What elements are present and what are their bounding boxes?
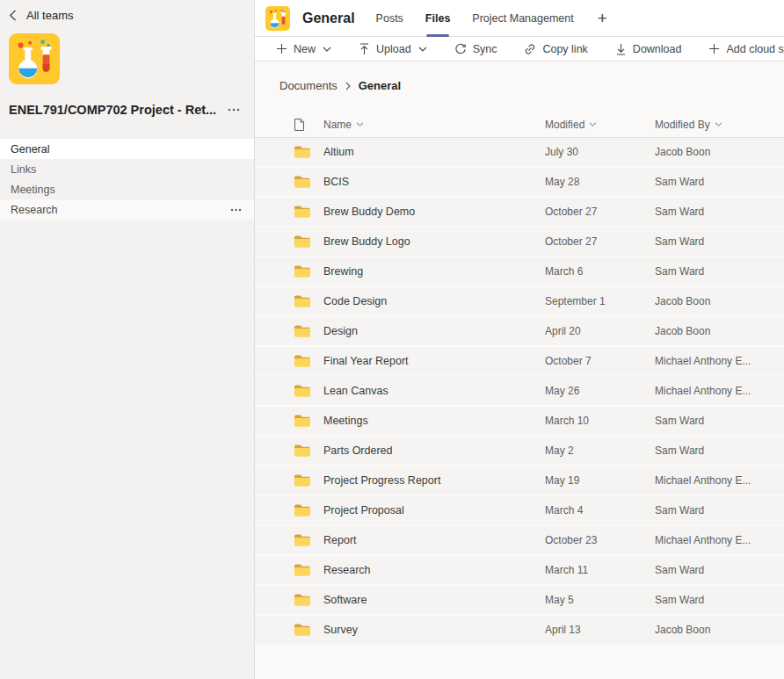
table-row[interactable]: Brew Buddy Demo October 27 Sam Ward [255, 198, 784, 228]
button-label: Add cloud storage [726, 43, 784, 55]
button-label: Copy link [542, 43, 587, 55]
add-cloud-storage-button[interactable]: Add cloud storage [708, 43, 784, 55]
file-modified: May 26 [545, 385, 655, 397]
table-row[interactable]: Brew Buddy Logo October 27 Sam Ward [255, 228, 784, 257]
file-name[interactable]: Brew Buddy Logo [323, 235, 545, 248]
file-type-column[interactable] [255, 118, 323, 132]
file-name[interactable]: Project Proposal [323, 504, 545, 516]
table-row[interactable]: Altium July 30 Jacob Boon [255, 138, 784, 168]
team-avatar[interactable] [9, 33, 60, 84]
file-modified-by: Sam Ward [655, 265, 784, 278]
sidebar-item-general[interactable]: General [0, 139, 254, 159]
chevron-down-icon [589, 122, 597, 126]
channel-label: Meetings [11, 184, 55, 196]
table-row[interactable]: Meetings March 10 Sam Ward [255, 407, 784, 437]
column-header-modified[interactable]: Modified [545, 119, 655, 131]
folder-icon [255, 205, 323, 219]
all-teams-label: All teams [26, 9, 73, 22]
file-name[interactable]: Project Progress Report [323, 474, 545, 487]
flask-icon [9, 33, 60, 84]
table-row[interactable]: Project Progress Report May 19 Michael A… [255, 466, 784, 496]
table-row[interactable]: Project Proposal March 4 Sam Ward [255, 496, 784, 526]
file-name[interactable]: Report [323, 534, 545, 546]
column-header-modified-by[interactable]: Modified By [655, 119, 784, 131]
files-toolbar: New Upload Sync [255, 37, 784, 61]
folder-icon [255, 414, 323, 428]
download-icon [615, 43, 627, 55]
folder-icon [255, 145, 323, 159]
file-name[interactable]: Brew Buddy Demo [323, 206, 545, 218]
sidebar-item-meetings[interactable]: Meetings [0, 179, 254, 199]
tab-posts[interactable]: Posts [376, 0, 403, 37]
tab-project-management[interactable]: Project Management [472, 0, 573, 37]
file-name[interactable]: Design [323, 325, 545, 337]
table-row[interactable]: Design April 20 Jacob Boon [255, 317, 784, 347]
team-more-icon[interactable] [228, 108, 240, 112]
breadcrumb-general[interactable]: General [359, 79, 401, 92]
file-modified: July 30 [545, 146, 655, 158]
channel-header: General Posts Files Project Management + [255, 0, 784, 37]
file-name[interactable]: Meetings [323, 415, 545, 427]
table-row[interactable]: Research March 11 Sam Ward [255, 556, 784, 586]
tab-bar: Posts Files Project Management + [376, 0, 607, 37]
table-row[interactable]: Parts Ordered May 2 Sam Ward [255, 437, 784, 466]
new-button[interactable]: New [276, 43, 331, 55]
breadcrumb-documents[interactable]: Documents [279, 79, 338, 92]
folder-icon [255, 563, 323, 577]
channel-avatar [265, 6, 290, 31]
file-modified-by: Jacob Boon [655, 295, 784, 307]
link-icon [524, 43, 536, 55]
table-row[interactable]: Brewing March 6 Sam Ward [255, 257, 784, 287]
folder-icon [255, 384, 323, 398]
tab-files[interactable]: Files [425, 0, 451, 37]
all-teams-back-button[interactable]: All teams [0, 0, 254, 22]
file-name[interactable]: BCIS [323, 176, 545, 188]
file-modified-by: Sam Ward [655, 504, 784, 516]
folder-icon [255, 324, 323, 338]
column-label: Modified [545, 119, 584, 131]
document-icon [294, 118, 305, 132]
channel-sidebar: All teams ENEL791/COMP702 Projec [0, 0, 255, 679]
table-row[interactable]: Report October 23 Michael Anthony E... [255, 526, 784, 556]
file-modified-by: Sam Ward [655, 176, 784, 188]
file-modified: October 27 [545, 206, 655, 218]
file-modified-by: Jacob Boon [655, 624, 784, 636]
table-row[interactable]: Final Year Report October 7 Michael Anth… [255, 347, 784, 377]
table-row[interactable]: BCIS May 28 Sam Ward [255, 168, 784, 198]
table-row[interactable]: Code Design September 1 Jacob Boon [255, 287, 784, 317]
file-modified-by: Sam Ward [655, 564, 784, 576]
file-name[interactable]: Parts Ordered [323, 444, 545, 457]
sidebar-item-links[interactable]: Links [0, 159, 254, 179]
file-name[interactable]: Research [323, 564, 545, 576]
file-modified-by: Sam Ward [655, 235, 784, 248]
sync-button[interactable]: Sync [454, 43, 497, 55]
flask-icon [265, 6, 290, 31]
file-name[interactable]: Altium [323, 146, 545, 158]
file-name[interactable]: Lean Canvas [323, 385, 545, 397]
table-row[interactable]: Software May 5 Sam Ward [255, 586, 784, 616]
file-name[interactable]: Brewing [323, 265, 545, 278]
main-panel: General Posts Files Project Management +… [255, 0, 784, 679]
download-button[interactable]: Download [615, 43, 682, 55]
copy-link-button[interactable]: Copy link [524, 43, 587, 55]
file-modified-by: Sam Ward [655, 594, 784, 606]
file-modified-by: Jacob Boon [655, 325, 784, 337]
file-list: Altium July 30 Jacob Boon BCIS May 28 Sa… [255, 138, 784, 646]
folder-icon [255, 354, 323, 368]
channel-more-icon[interactable] [230, 208, 242, 212]
upload-button[interactable]: Upload [359, 43, 427, 55]
column-label: Modified By [655, 119, 710, 131]
file-modified: March 4 [545, 504, 655, 516]
table-header: Name Modified Modified By [255, 112, 784, 138]
column-header-name[interactable]: Name [323, 119, 545, 131]
add-tab-button[interactable]: + [598, 9, 607, 28]
folder-icon [255, 623, 323, 637]
file-name[interactable]: Final Year Report [323, 355, 545, 367]
file-modified: May 2 [545, 444, 655, 457]
sidebar-item-research[interactable]: Research [0, 199, 254, 220]
file-name[interactable]: Software [323, 594, 545, 606]
table-row[interactable]: Survey April 13 Jacob Boon [255, 616, 784, 646]
file-name[interactable]: Survey [323, 624, 545, 636]
file-name[interactable]: Code Design [323, 295, 545, 307]
table-row[interactable]: Lean Canvas May 26 Michael Anthony E... [255, 377, 784, 407]
